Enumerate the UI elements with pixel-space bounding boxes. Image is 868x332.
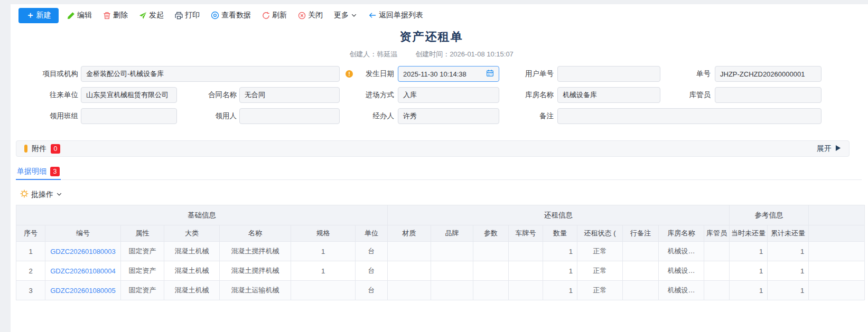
expand-button[interactable]: 展开	[817, 144, 841, 154]
gear-icon	[20, 189, 29, 200]
asset-code-link[interactable]: GDZC202601080003	[45, 242, 121, 261]
recipient-field[interactable]	[239, 108, 340, 124]
page: ＋ 新建 编辑 删除 发起 打印	[0, 0, 868, 332]
view-data-label: 查看数据	[221, 11, 251, 20]
cell	[431, 261, 473, 281]
back-to-list-button[interactable]: 返回单据列表	[368, 11, 423, 20]
cell	[473, 261, 509, 281]
column-header: 当时未还量	[730, 225, 768, 242]
asset-code-link[interactable]: GDZC202601080004	[45, 261, 121, 281]
cell: 机械设…	[659, 281, 704, 300]
view-data-button[interactable]: 查看数据	[211, 11, 251, 20]
table-row: 1GDZC202601080003固定资产混凝土机械混凝土搅拌机械1台1正常机械…	[16, 242, 865, 261]
edit-button[interactable]: 编辑	[67, 11, 92, 20]
column-header-spacer	[809, 225, 865, 242]
created-label: 创建时间：	[415, 50, 450, 58]
column-header: 单位	[356, 225, 388, 242]
cell	[623, 261, 659, 281]
project-label: 项目或机构	[25, 66, 78, 82]
batch-operation-button[interactable]: 批操作	[20, 189, 62, 200]
entry-mode-field[interactable]: 入库	[398, 87, 499, 103]
project-field[interactable]: 金桥装配公司-机械设备库	[81, 66, 340, 82]
calendar-icon[interactable]	[486, 69, 494, 79]
contract-label: 合同名称	[184, 87, 237, 103]
remark-label: 备注	[501, 108, 554, 124]
cell	[431, 242, 473, 261]
entry-mode-label: 进场方式	[341, 87, 394, 103]
cell	[704, 281, 730, 300]
cell-spacer	[809, 281, 865, 300]
doc-meta: 创建人：韩延温创建时间：2026-01-08 10:15:07	[11, 50, 852, 59]
cell: 固定资产	[121, 242, 164, 261]
close-circle-icon	[298, 12, 306, 20]
counterparty-field[interactable]: 山东昊宜机械租赁有限公司	[81, 87, 177, 103]
edit-label: 编辑	[77, 11, 92, 20]
cell: 3	[16, 281, 45, 300]
cell	[509, 281, 543, 300]
asset-code-link[interactable]: GDZC202601080005	[45, 281, 121, 300]
column-header: 行备注	[623, 225, 659, 242]
group-header: 参考信息	[730, 205, 809, 225]
cell: 1	[16, 242, 45, 261]
doc-no-label: 单号	[658, 66, 711, 82]
form-row-1: 项目或机构 金桥装配公司-机械设备库 ! 发生日期 2025-11-30 10:…	[11, 66, 868, 82]
pencil-icon	[67, 12, 75, 20]
contract-field[interactable]: 无合同	[239, 87, 340, 103]
new-button[interactable]: ＋ 新建	[18, 8, 59, 23]
column-header-row: 序号编号属性大类名称规格单位材质品牌参数车牌号数量还租状态 (行备注库房名称库管…	[16, 225, 865, 242]
cell: 混凝土搅拌机械	[220, 242, 291, 261]
cell	[291, 281, 356, 300]
cell: 1	[768, 242, 809, 261]
agent-field[interactable]: 许秀	[398, 108, 499, 124]
attachment-label: 附件	[32, 144, 46, 154]
tab-bar: 单据明细 3	[16, 164, 862, 180]
cell: 1	[291, 242, 356, 261]
launch-button[interactable]: 发起	[139, 11, 164, 20]
team-field[interactable]	[81, 108, 177, 124]
tab-detail[interactable]: 单据明细 3	[16, 164, 61, 180]
warehouse-field[interactable]: 机械设备库	[557, 87, 660, 103]
cell	[388, 261, 431, 281]
expand-label: 展开	[817, 144, 832, 154]
cell	[431, 281, 473, 300]
column-header: 数量	[543, 225, 577, 242]
occur-date-field[interactable]: 2025-11-30 10:14:38	[398, 66, 499, 82]
cell: 1	[730, 281, 768, 300]
cell	[704, 242, 730, 261]
send-icon	[139, 12, 147, 20]
column-header: 库房名称	[659, 225, 704, 242]
more-label: 更多	[334, 11, 349, 20]
cell: 混凝土搅拌机械	[220, 261, 291, 281]
close-button[interactable]: 关闭	[298, 11, 323, 20]
cell-spacer	[809, 261, 865, 281]
plus-icon: ＋	[26, 11, 35, 20]
print-button[interactable]: 打印	[175, 11, 200, 20]
doc-no-field[interactable]: JHZP-ZCHZD20260000001	[715, 66, 822, 82]
creator-label: 创建人：	[349, 50, 377, 58]
cell: 正常	[577, 261, 623, 281]
more-button[interactable]: 更多	[334, 11, 357, 20]
cell	[473, 281, 509, 300]
column-header: 参数	[473, 225, 509, 242]
new-button-label: 新建	[36, 11, 51, 20]
form-row-3: 领用班组 领用人 经办人 许秀 备注	[11, 108, 868, 124]
page-title: 资产还租单	[11, 29, 852, 45]
tab-detail-label: 单据明细	[17, 167, 46, 176]
column-header: 累计未还量	[768, 225, 809, 242]
refresh-button[interactable]: 刷新	[262, 11, 287, 20]
warehouse-label: 库房名称	[501, 87, 554, 103]
cell: 1	[768, 281, 809, 300]
cell: 1	[291, 261, 356, 281]
cell	[704, 261, 730, 281]
attachment-bar[interactable]: 附件 0 展开	[16, 140, 850, 157]
delete-button[interactable]: 删除	[103, 11, 128, 20]
user-no-field[interactable]	[557, 66, 660, 82]
cell: 1	[543, 261, 577, 281]
keeper-field[interactable]	[715, 87, 822, 103]
occur-date-label: 发生日期	[341, 66, 394, 82]
remark-field[interactable]	[557, 108, 822, 124]
batch-operation-label: 批操作	[31, 190, 53, 200]
cell: 混凝土机械	[164, 242, 220, 261]
cell	[509, 261, 543, 281]
group-header-spacer	[809, 205, 865, 225]
